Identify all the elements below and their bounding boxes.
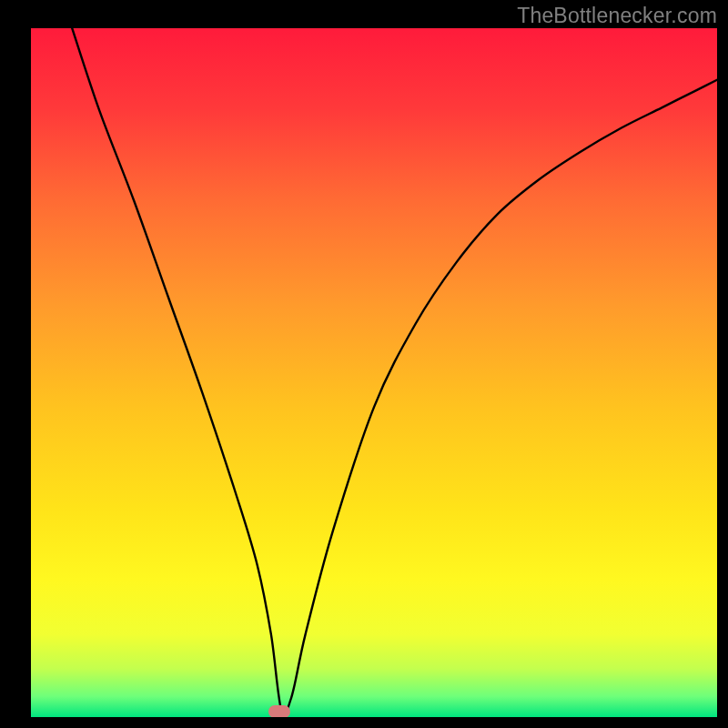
watermark-text: TheBottlenecker.com [517, 4, 717, 28]
bottleneck-chart [0, 0, 728, 728]
curve-marker [268, 705, 290, 718]
chart-frame: TheBottlenecker.com [0, 0, 728, 728]
